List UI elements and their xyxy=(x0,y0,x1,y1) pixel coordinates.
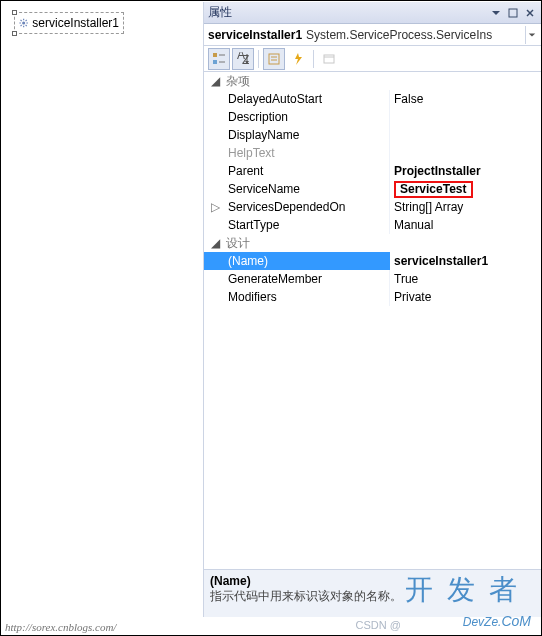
watermark-en: DevZe.CoM xyxy=(463,608,531,631)
panel-title: 属性 xyxy=(208,4,486,21)
expand-gutter xyxy=(204,216,226,234)
property-value[interactable]: True xyxy=(390,270,541,288)
property-name: DisplayName xyxy=(226,126,390,144)
property-value[interactable]: serviceInstaller1 xyxy=(390,252,541,270)
window-pin-icon[interactable] xyxy=(506,6,520,20)
property-name: GenerateMember xyxy=(226,270,390,288)
property-row[interactable]: DisplayName xyxy=(204,126,541,144)
watermark-cn: 开发者 xyxy=(405,571,531,609)
events-button[interactable] xyxy=(287,48,309,70)
property-value[interactable]: ServiceTest xyxy=(390,180,541,198)
property-row[interactable]: GenerateMemberTrue xyxy=(204,270,541,288)
expand-gutter xyxy=(204,162,226,180)
close-icon[interactable] xyxy=(523,6,537,20)
property-row[interactable]: ModifiersPrivate xyxy=(204,288,541,306)
category-label: 杂项 xyxy=(226,73,250,90)
property-value[interactable]: String[] Array xyxy=(390,198,541,216)
properties-page-button[interactable] xyxy=(263,48,285,70)
svg-rect-13 xyxy=(213,60,217,64)
property-name: (Name) xyxy=(226,252,390,270)
property-value[interactable]: False xyxy=(390,90,541,108)
property-value[interactable] xyxy=(390,108,541,126)
category-label: 设计 xyxy=(226,235,250,252)
property-name: HelpText xyxy=(226,144,390,162)
property-row[interactable]: HelpText xyxy=(204,144,541,162)
property-row[interactable]: StartTypeManual xyxy=(204,216,541,234)
property-name: Description xyxy=(226,108,390,126)
dropdown-icon[interactable] xyxy=(489,6,503,20)
property-value[interactable]: Private xyxy=(390,288,541,306)
property-value[interactable]: ProjectInstaller xyxy=(390,162,541,180)
expand-gutter xyxy=(204,126,226,144)
svg-text:Z: Z xyxy=(242,53,249,66)
property-name: DelayedAutoStart xyxy=(226,90,390,108)
expand-gutter xyxy=(204,270,226,288)
property-row[interactable]: (Name)serviceInstaller1 xyxy=(204,252,541,270)
property-value[interactable] xyxy=(390,126,541,144)
component-serviceinstaller[interactable]: serviceInstaller1 xyxy=(14,12,124,34)
designer-canvas[interactable]: serviceInstaller1 xyxy=(2,2,202,617)
separator xyxy=(258,50,259,68)
expand-gutter xyxy=(204,144,226,162)
categorized-button[interactable] xyxy=(208,48,230,70)
collapse-icon[interactable]: ◢ xyxy=(210,76,220,86)
svg-rect-12 xyxy=(213,53,217,57)
expand-gutter xyxy=(204,180,226,198)
panel-titlebar[interactable]: 属性 xyxy=(204,2,541,24)
resize-handle[interactable] xyxy=(12,10,17,15)
property-name: StartType xyxy=(226,216,390,234)
expand-gutter xyxy=(204,90,226,108)
collapse-icon[interactable]: ◢ xyxy=(210,238,220,248)
resize-handle[interactable] xyxy=(12,31,17,36)
properties-toolbar: AZ xyxy=(204,46,541,72)
watermark-csdn: CSDN @ xyxy=(356,619,401,631)
property-row[interactable]: Description xyxy=(204,108,541,126)
svg-point-0 xyxy=(22,21,25,24)
expand-gutter xyxy=(204,252,226,270)
property-row[interactable]: DelayedAutoStartFalse xyxy=(204,90,541,108)
properties-panel: 属性 serviceInstaller1 System.ServiceProce… xyxy=(203,2,541,617)
expand-gutter xyxy=(204,108,226,126)
property-value[interactable] xyxy=(390,144,541,162)
property-pages-button[interactable] xyxy=(318,48,340,70)
svg-rect-22 xyxy=(324,55,334,63)
category-header[interactable]: ◢杂项 xyxy=(204,72,541,90)
svg-rect-19 xyxy=(269,54,279,64)
expand-gutter xyxy=(204,288,226,306)
property-value[interactable]: Manual xyxy=(390,216,541,234)
component-label: serviceInstaller1 xyxy=(32,16,119,30)
alphabetical-button[interactable]: AZ xyxy=(232,48,254,70)
object-type: System.ServiceProcess.ServiceIns xyxy=(306,28,525,42)
property-row[interactable]: ▷ServicesDependedOnString[] Array xyxy=(204,198,541,216)
property-row[interactable]: ServiceNameServiceTest xyxy=(204,180,541,198)
category-header[interactable]: ◢设计 xyxy=(204,234,541,252)
gear-icon xyxy=(19,16,28,30)
svg-line-6 xyxy=(26,25,27,26)
chevron-down-icon[interactable] xyxy=(525,26,537,44)
properties-grid[interactable]: ◢杂项DelayedAutoStartFalseDescriptionDispl… xyxy=(204,72,541,569)
object-selector[interactable]: serviceInstaller1 System.ServiceProcess.… xyxy=(204,24,541,46)
object-name: serviceInstaller1 xyxy=(208,28,302,42)
property-row[interactable]: ParentProjectInstaller xyxy=(204,162,541,180)
svg-line-7 xyxy=(26,20,27,21)
separator xyxy=(313,50,314,68)
svg-rect-9 xyxy=(509,9,517,17)
expand-gutter[interactable]: ▷ xyxy=(204,198,226,216)
property-name: ServiceName xyxy=(226,180,390,198)
footer-watermark: http://sorex.cnblogs.com/ xyxy=(5,621,116,633)
svg-line-8 xyxy=(21,25,22,26)
property-name: ServicesDependedOn xyxy=(226,198,390,216)
property-name: Parent xyxy=(226,162,390,180)
property-name: Modifiers xyxy=(226,288,390,306)
svg-line-5 xyxy=(21,20,22,21)
